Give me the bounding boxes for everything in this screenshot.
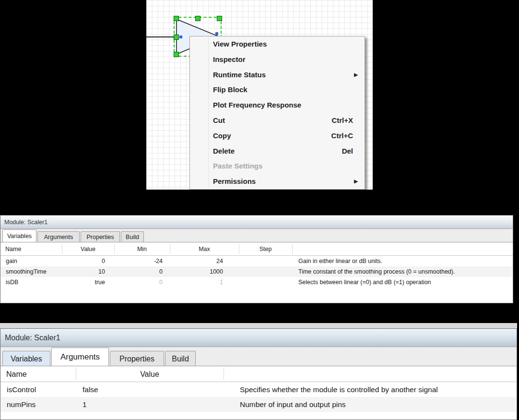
- cell-description: Specifies whether the module is controll…: [240, 382, 438, 397]
- menu-item-permissions[interactable]: Permissions ▶: [190, 174, 365, 189]
- col-value: Value: [62, 242, 114, 256]
- table-row[interactable]: smoothingTime 10 0 1000 Time constant of…: [1, 266, 512, 277]
- selection-handle[interactable]: [174, 35, 179, 40]
- menu-item-paste-settings: Paste Settings: [190, 158, 365, 174]
- panel-title: Module: Scaler1: [0, 216, 513, 229]
- menu-item-inspector[interactable]: Inspector: [190, 52, 365, 67]
- cell-value: true: [62, 277, 105, 288]
- panel-title: Module: Scaler1: [0, 329, 517, 347]
- table-row[interactable]: isControl false Specifies whether the mo…: [1, 382, 516, 397]
- table-row[interactable]: isDB true 0 1 Selects between linear (=0…: [1, 277, 512, 288]
- selection-handle[interactable]: [217, 16, 222, 21]
- context-menu: View Properties Inspector Runtime Status…: [189, 36, 365, 190]
- cell-min: -24: [115, 256, 163, 266]
- shortcut-label: Ctrl+X: [331, 113, 353, 128]
- tab-strip: Variables Arguments Properties Build: [0, 229, 513, 242]
- table-header: Name Value Min Max Step: [0, 242, 513, 256]
- cell-name: gain: [6, 256, 17, 266]
- tab-variables[interactable]: Variables: [2, 351, 50, 366]
- tab-build[interactable]: Build: [121, 231, 144, 242]
- cell-name: smoothingTime: [6, 266, 47, 277]
- col-step: Step: [239, 242, 292, 256]
- table-header: Name Value: [0, 366, 517, 382]
- cell-name: numPins: [7, 397, 35, 412]
- cell-max: 24: [170, 256, 223, 266]
- menu-item-copy[interactable]: Copy Ctrl+C: [190, 128, 365, 144]
- tab-arguments[interactable]: Arguments: [37, 231, 80, 242]
- menu-item-runtime-status[interactable]: Runtime Status ▶: [190, 67, 365, 83]
- submenu-arrow-icon: ▶: [354, 174, 358, 189]
- cell-value: 0: [62, 256, 105, 266]
- tab-strip: Variables Arguments Properties Build: [0, 347, 517, 366]
- menu-item-plot-frequency-response[interactable]: Plot Frequency Response: [190, 97, 365, 113]
- menu-item-flip-block[interactable]: Flip Block: [190, 82, 365, 97]
- tab-arguments[interactable]: Arguments: [51, 348, 109, 366]
- menu-item-delete[interactable]: Delete Del: [190, 144, 365, 159]
- selection-handle[interactable]: [174, 52, 179, 57]
- col-min: Min: [114, 242, 170, 256]
- col-name: Name: [5, 242, 21, 256]
- module-arguments-panel: Module: Scaler1 Variables Arguments Prop…: [0, 328, 517, 420]
- col-max: Max: [170, 242, 239, 256]
- col-value: Value: [76, 366, 224, 382]
- cell-description: Time constant of the smoothing process (…: [298, 266, 455, 277]
- input-pin-icon: [179, 36, 182, 38]
- tab-properties[interactable]: Properties: [81, 231, 120, 242]
- menu-item-view-properties[interactable]: View Properties: [190, 36, 365, 52]
- cell-value: 10: [62, 266, 105, 277]
- output-pin-icon: [215, 32, 218, 35]
- shortcut-label: Ctrl+C: [331, 128, 353, 144]
- cell-description: Number of input and output pins: [240, 397, 346, 412]
- panel-top-strip: [0, 323, 517, 328]
- submenu-arrow-icon: ▶: [354, 67, 358, 83]
- selection-handle[interactable]: [195, 16, 201, 21]
- module-variables-panel: Module: Scaler1 Variables Arguments Prop…: [0, 215, 513, 303]
- tab-variables[interactable]: Variables: [2, 229, 36, 242]
- table-row[interactable]: numPins 1 Number of input and output pin…: [1, 397, 516, 412]
- menu-item-cut[interactable]: Cut Ctrl+X: [190, 113, 365, 128]
- cell-value: false: [83, 382, 98, 397]
- tab-build[interactable]: Build: [165, 351, 196, 366]
- cell-description: Gain in either linear or dB units.: [298, 256, 382, 266]
- cell-value: 1: [83, 397, 87, 412]
- screen: S [S ga smoothing i View Properties Insp…: [0, 0, 519, 420]
- cell-max: 1: [170, 277, 223, 288]
- selection-handle[interactable]: [174, 16, 179, 21]
- input-wire: [146, 36, 175, 37]
- cell-description: Selects between linear (=0) and dB (=1) …: [298, 277, 431, 288]
- col-name: Name: [6, 366, 27, 382]
- cell-min: 0: [115, 277, 163, 288]
- shortcut-label: Del: [342, 144, 353, 159]
- tab-properties[interactable]: Properties: [110, 351, 164, 366]
- table-row[interactable]: gain 0 -24 24 Gain in either linear or d…: [1, 256, 512, 266]
- cell-max: 1000: [170, 266, 223, 277]
- cell-name: isControl: [7, 382, 36, 397]
- cell-min: 0: [115, 266, 163, 277]
- cell-name: isDB: [6, 277, 18, 288]
